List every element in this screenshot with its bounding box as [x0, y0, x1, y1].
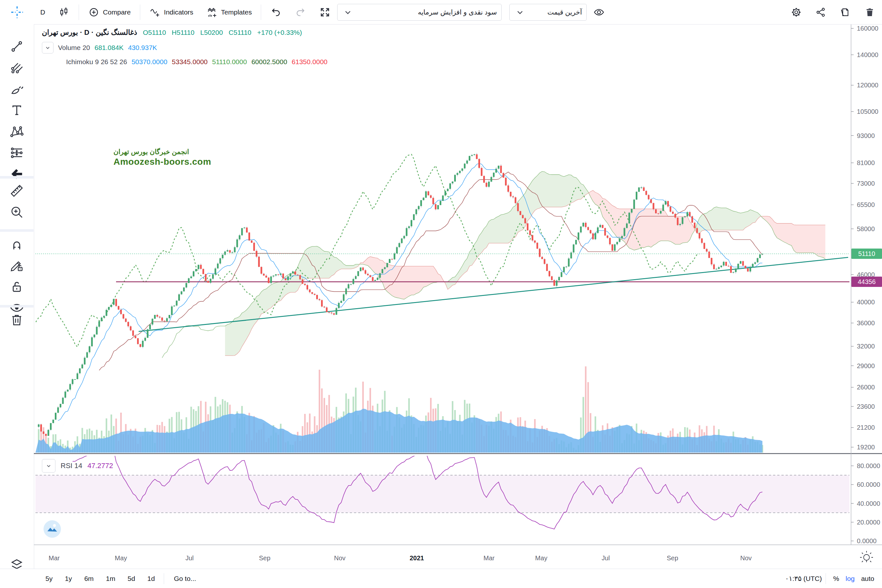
svg-text:20.0000: 20.0000 — [857, 519, 880, 526]
svg-text:19200: 19200 — [857, 444, 875, 451]
svg-text:93000: 93000 — [857, 132, 875, 139]
svg-text:36000: 36000 — [857, 320, 875, 327]
svg-text:Nov: Nov — [740, 555, 752, 562]
watermark-line1: انجمن خبرگان بورس تهران — [114, 148, 211, 156]
rsi-legend: RSI 14 47.2772 — [42, 459, 113, 472]
ichimoku-conversion-value: 50370.0000 — [132, 58, 167, 66]
main-pane — [0, 153, 851, 453]
svg-text:40000: 40000 — [857, 298, 875, 306]
svg-text:81000: 81000 — [857, 159, 875, 166]
ichimoku-lagging-value: 51110.0000 — [212, 58, 247, 66]
ichimoku-lead1-value: 60002.5000 — [252, 58, 287, 66]
svg-text:65500: 65500 — [857, 201, 875, 208]
pane-separators[interactable] — [34, 24, 882, 545]
svg-text:58000: 58000 — [857, 225, 875, 232]
trend-line-drawing[interactable] — [139, 257, 848, 332]
volume-ma-value: 430.937K — [128, 44, 157, 52]
rsi-value: 47.2772 — [87, 462, 113, 470]
svg-text:21200: 21200 — [857, 424, 875, 431]
svg-text:29000: 29000 — [857, 362, 875, 369]
svg-text:73000: 73000 — [857, 180, 875, 187]
svg-text:Jul: Jul — [185, 555, 194, 562]
change-value: +170 (+0.33%) — [257, 29, 302, 36]
svg-text:60.0000: 60.0000 — [857, 481, 880, 488]
high-value: H51110 — [172, 29, 194, 36]
volume-value: 681.084K — [94, 44, 123, 52]
svg-text:Sep: Sep — [667, 555, 678, 562]
svg-text:105000: 105000 — [857, 108, 879, 115]
price-axis-ticks[interactable]: 1600001400001200001050009300081000730006… — [851, 25, 879, 451]
svg-text:40.0000: 40.0000 — [857, 500, 880, 507]
volume-label[interactable]: Volume 20 — [58, 44, 90, 52]
svg-text:Nov: Nov — [334, 555, 346, 562]
volume-collapse-button[interactable] — [42, 42, 54, 54]
watermark-line2: Amoozesh-boors.com — [114, 156, 211, 167]
svg-text:140000: 140000 — [857, 51, 879, 58]
svg-text:23600: 23600 — [857, 403, 875, 410]
main-legend: بورس تهران · D · ذغالسنگ نگین O51110 H51… — [42, 28, 327, 66]
svg-text:May: May — [535, 555, 548, 562]
ichimoku-base-value: 53345.0000 — [172, 58, 208, 66]
watermark: انجمن خبرگان بورس تهران Amoozesh-boors.c… — [114, 148, 211, 167]
svg-text:26000: 26000 — [857, 384, 875, 391]
svg-text:Mar: Mar — [483, 555, 495, 562]
open-value: O51110 — [143, 29, 166, 36]
rsi-collapse-button[interactable] — [42, 459, 56, 472]
ichimoku-lead2-value: 61350.0000 — [292, 58, 327, 66]
time-axis-labels[interactable]: MarMayJulSepNov2021MarMayJulSepNov — [49, 555, 752, 562]
svg-text:160000: 160000 — [857, 25, 879, 32]
svg-text:Jul: Jul — [602, 555, 610, 562]
broker-logo-icon[interactable] — [43, 520, 62, 538]
alert-price-tag: 44356 — [851, 277, 882, 287]
svg-text:0.0000: 0.0000 — [857, 537, 876, 544]
low-value: L50200 — [200, 29, 223, 36]
close-value: C51110 — [228, 29, 251, 36]
svg-text:120000: 120000 — [857, 81, 879, 88]
last-price-tag: 51110 — [851, 249, 882, 259]
svg-text:Mar: Mar — [49, 555, 60, 562]
trading-chart-app: 1600001400001200001050009300081000730006… — [0, 0, 882, 588]
ichimoku-label[interactable]: Ichimoku 9 26 52 26 — [66, 58, 127, 66]
rsi-axis-ticks[interactable]: 80.000060.000040.000020.00000.0000 — [851, 462, 880, 544]
sun-icon[interactable] — [860, 551, 873, 562]
rsi-label[interactable]: RSI 14 — [61, 462, 82, 470]
svg-text:Sep: Sep — [259, 555, 270, 562]
svg-text:2021: 2021 — [410, 555, 424, 562]
rsi-pane — [36, 450, 849, 529]
svg-text:80.0000: 80.0000 — [857, 462, 880, 470]
symbol-title[interactable]: بورس تهران · D · ذغالسنگ نگین — [42, 28, 137, 37]
svg-text:32000: 32000 — [857, 343, 875, 350]
chart-canvas[interactable]: 1600001400001200001050009300081000730006… — [0, 0, 882, 588]
svg-text:May: May — [115, 555, 127, 562]
